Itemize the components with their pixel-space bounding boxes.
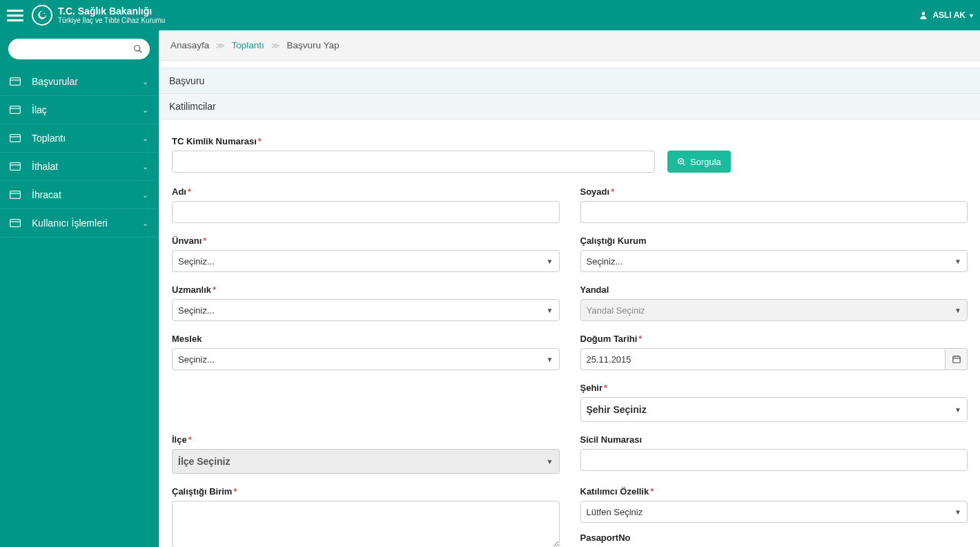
top-bar: T.C. Sağlık Bakanlığı Türkiye İlaç ve Tı…: [0, 0, 980, 30]
caret-down-icon: ▼: [954, 508, 961, 516]
chevron-down-icon: ⌄: [142, 162, 148, 171]
list-icon: [10, 77, 22, 86]
svg-rect-4: [10, 78, 21, 86]
label-ozellik: Katılımcı Özellik*: [580, 486, 968, 497]
unvani-select[interactable]: Seçiniz... ▼: [172, 250, 560, 272]
sidebar-item-toplanti[interactable]: Toplantı ⌄: [0, 124, 158, 153]
sidebar-label: Toplantı: [32, 133, 142, 144]
uzmanlik-select[interactable]: Seçiniz... ▼: [172, 299, 560, 321]
svg-rect-12: [10, 191, 21, 199]
caret-down-icon: ▾: [970, 12, 973, 19]
breadcrumb-sep-icon: ≫: [271, 41, 280, 50]
label-yandal: Yandal: [580, 285, 968, 295]
caret-down-icon: ▼: [954, 406, 961, 414]
svg-rect-8: [10, 135, 21, 142]
select-value: Seçiniz...: [178, 305, 215, 316]
yandal-select: Yandal Seçiniz ▼: [580, 299, 968, 321]
calendar-button[interactable]: [945, 348, 968, 370]
search-plus-icon: [677, 157, 686, 166]
svg-point-0: [43, 12, 45, 14]
panel-title-basvuru[interactable]: Başvuru: [159, 68, 980, 94]
svg-point-2: [135, 46, 140, 51]
org-subtitle: Türkiye İlaç ve Tıbbi Cihaz Kurumu: [58, 17, 165, 24]
main-content: Anasayfa ≫ Toplantı ≫ Başvuru Yap Başvur…: [159, 30, 980, 547]
breadcrumb-sep-icon: ≫: [216, 41, 225, 50]
select-value: Seçiniz...: [178, 354, 215, 365]
label-meslek: Meslek: [172, 334, 560, 344]
label-unvani: Ünvanı*: [172, 236, 560, 246]
label-dogum: Doğum Tarihi*: [580, 334, 968, 344]
logo-emblem-icon: [32, 5, 52, 26]
caret-down-icon: ▼: [547, 356, 553, 363]
list-icon: [10, 219, 22, 227]
list-icon: [10, 106, 22, 114]
birim-textarea[interactable]: [172, 501, 560, 547]
label-uzmanlik: Uzmanlık*: [172, 285, 560, 295]
crumb-current: Başvuru Yap: [286, 40, 339, 50]
sorgula-button[interactable]: Sorgula: [667, 151, 731, 173]
calendar-icon: [952, 354, 961, 364]
logo: T.C. Sağlık Bakanlığı Türkiye İlaç ve Tı…: [32, 5, 165, 26]
select-value: Şehir Seçiniz: [587, 404, 647, 415]
select-value: İlçe Seçiniz: [178, 456, 230, 467]
svg-line-17: [683, 163, 685, 165]
caret-down-icon: ▼: [547, 307, 553, 314]
label-pasaport: PasaportNo: [580, 532, 968, 543]
breadcrumb: Anasayfa ≫ Toplantı ≫ Başvuru Yap: [159, 30, 980, 61]
menu-toggle-icon[interactable]: [7, 7, 23, 23]
select-value: Seçiniz...: [587, 256, 623, 267]
label-ilce: İlçe*: [172, 434, 560, 445]
ozellik-select[interactable]: Lütfen Seçiniz ▼: [580, 501, 968, 523]
chevron-down-icon: ⌄: [142, 219, 148, 228]
sidebar-item-ihracat[interactable]: İhracat ⌄: [0, 181, 158, 209]
sidebar-label: Başvurular: [32, 76, 142, 87]
label-tc-kimlik: TC Kimlik Numarası*: [172, 136, 655, 146]
label-soyadi: Soyadı*: [580, 186, 968, 197]
list-icon: [10, 134, 22, 142]
soyadi-input[interactable]: [580, 201, 968, 223]
caret-down-icon: ▼: [954, 307, 961, 314]
label-sehir: Şehir*: [580, 383, 968, 393]
sidebar-item-ithalat[interactable]: İthalat ⌄: [0, 153, 158, 181]
sidebar-label: Kullanıcı İşlemleri: [32, 218, 142, 229]
org-title: T.C. Sağlık Bakanlığı: [58, 6, 165, 17]
sehir-select[interactable]: Şehir Seçiniz ▼: [580, 397, 968, 422]
sidebar: Başvurular ⌄ İlaç ⌄ Toplantı ⌄: [0, 30, 159, 547]
ilce-select[interactable]: İlçe Seçiniz ▼: [172, 449, 560, 474]
user-name: ASLI AK: [932, 10, 966, 20]
search-input[interactable]: [17, 44, 126, 55]
crumb-home[interactable]: Anasayfa: [170, 40, 209, 50]
select-value: Lütfen Seçiniz: [587, 507, 643, 517]
user-menu[interactable]: ASLI AK ▾: [919, 10, 973, 20]
caret-down-icon: ▼: [547, 258, 553, 265]
sidebar-item-ilac[interactable]: İlaç ⌄: [0, 96, 158, 124]
svg-line-3: [139, 50, 142, 53]
adi-input[interactable]: [172, 201, 560, 223]
user-icon: [919, 10, 928, 20]
chevron-down-icon: ⌄: [142, 191, 148, 200]
chevron-down-icon: ⌄: [142, 77, 148, 86]
tc-kimlik-input[interactable]: [172, 151, 655, 173]
panel-title-katilimcilar[interactable]: Katilimcilar: [159, 94, 980, 119]
label-birim: Çalıştığı Birim*: [172, 486, 560, 497]
sicil-input[interactable]: [580, 449, 968, 471]
caret-down-icon: ▼: [954, 258, 961, 265]
sidebar-item-kullanici-islemleri[interactable]: Kullanıcı İşlemleri ⌄: [0, 209, 158, 238]
sidebar-item-basvurular[interactable]: Başvurular ⌄: [0, 68, 158, 96]
select-value: Yandal Seçiniz: [587, 305, 645, 316]
chevron-down-icon: ⌄: [142, 134, 148, 143]
svg-rect-10: [10, 163, 21, 171]
chevron-down-icon: ⌄: [142, 106, 148, 115]
meslek-select[interactable]: Seçiniz... ▼: [172, 348, 560, 370]
search-icon: [133, 44, 143, 54]
svg-rect-6: [10, 106, 21, 114]
list-icon: [10, 162, 22, 171]
sidebar-label: İhracat: [32, 189, 142, 200]
svg-rect-14: [10, 220, 21, 227]
label-kurum: Çalıştığı Kurum: [580, 236, 968, 246]
svg-point-1: [922, 12, 925, 15]
sidebar-search[interactable]: [8, 39, 150, 59]
dogum-input[interactable]: [580, 348, 946, 370]
crumb-toplanti[interactable]: Toplantı: [232, 40, 264, 50]
kurum-select[interactable]: Seçiniz... ▼: [580, 250, 968, 272]
